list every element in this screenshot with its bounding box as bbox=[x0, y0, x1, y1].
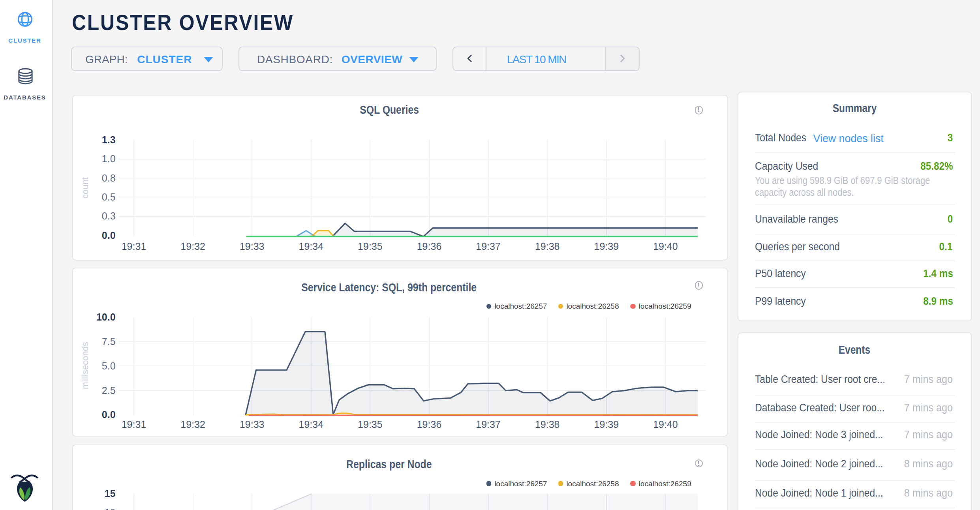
svg-text:19:32: 19:32 bbox=[180, 240, 205, 251]
svg-text:0.8: 0.8 bbox=[101, 172, 115, 183]
svg-text:1.0: 1.0 bbox=[101, 153, 115, 164]
svg-text:19:34: 19:34 bbox=[299, 240, 323, 251]
svg-text:19:33: 19:33 bbox=[239, 240, 264, 251]
svg-text:15: 15 bbox=[104, 488, 115, 499]
svg-text:19:37: 19:37 bbox=[475, 418, 500, 429]
svg-text:19:35: 19:35 bbox=[357, 418, 382, 429]
svg-text:19:35: 19:35 bbox=[357, 240, 382, 251]
svg-text:10.0: 10.0 bbox=[96, 311, 115, 322]
svg-text:5.0: 5.0 bbox=[101, 360, 115, 371]
svg-text:19:36: 19:36 bbox=[417, 418, 441, 429]
svg-text:19:38: 19:38 bbox=[535, 418, 559, 429]
svg-text:2.5: 2.5 bbox=[101, 384, 115, 396]
svg-text:19:38: 19:38 bbox=[535, 240, 559, 251]
svg-text:19:31: 19:31 bbox=[121, 418, 146, 429]
svg-text:19:40: 19:40 bbox=[653, 418, 678, 429]
svg-text:0.5: 0.5 bbox=[101, 191, 115, 202]
svg-text:19:40: 19:40 bbox=[653, 240, 678, 251]
svg-text:0.0: 0.0 bbox=[101, 229, 115, 240]
svg-text:milliseconds: milliseconds bbox=[80, 341, 90, 389]
svg-text:1.3: 1.3 bbox=[101, 134, 115, 145]
svg-text:19:32: 19:32 bbox=[180, 418, 205, 429]
svg-text:19:39: 19:39 bbox=[594, 240, 619, 251]
svg-text:10: 10 bbox=[104, 507, 115, 510]
svg-text:19:33: 19:33 bbox=[239, 418, 264, 429]
svg-text:19:31: 19:31 bbox=[121, 240, 146, 251]
svg-text:19:39: 19:39 bbox=[594, 418, 619, 429]
svg-text:19:34: 19:34 bbox=[299, 418, 323, 429]
svg-text:count: count bbox=[80, 177, 90, 198]
svg-text:19:36: 19:36 bbox=[417, 240, 441, 251]
svg-text:19:37: 19:37 bbox=[475, 240, 500, 251]
svg-text:7.5: 7.5 bbox=[101, 336, 115, 347]
svg-text:0.3: 0.3 bbox=[101, 210, 115, 221]
svg-text:0.0: 0.0 bbox=[101, 409, 115, 420]
